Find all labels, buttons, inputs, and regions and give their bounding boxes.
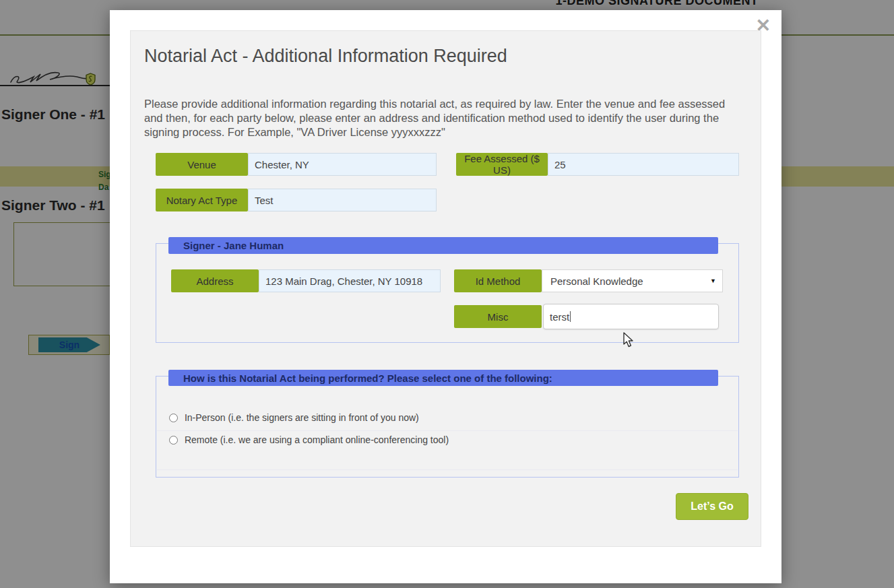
notary-act-type-label: Notary Act Type xyxy=(156,189,248,211)
option-in-person[interactable]: In-Person (i.e. the signers are sitting … xyxy=(169,407,466,429)
row-divider xyxy=(157,469,738,470)
in-person-label: In-Person (i.e. the signers are sitting … xyxy=(185,412,419,423)
id-method-selected-value: Personal Knowledge xyxy=(550,275,643,287)
misc-input[interactable]: terst xyxy=(543,304,719,329)
id-method-label: Id Method xyxy=(454,269,542,292)
lets-go-button[interactable]: Let’s Go xyxy=(676,493,748,520)
dropdown-caret-icon: ▼ xyxy=(710,277,716,284)
method-section-header: How is this Notarial Act being performed… xyxy=(168,370,718,386)
screen: 1-DEMO SIGNATURE DOCUMENT Signer One - #… xyxy=(0,0,894,588)
remote-radio[interactable] xyxy=(169,436,178,445)
misc-label: Misc xyxy=(454,305,542,328)
venue-input[interactable]: Chester, NY xyxy=(248,153,437,176)
in-person-radio[interactable] xyxy=(169,414,178,422)
modal-title: Notarial Act - Additional Information Re… xyxy=(144,46,507,67)
notary-act-type-input[interactable]: Test xyxy=(248,189,437,211)
modal-panel: Notarial Act - Additional Information Re… xyxy=(130,30,761,547)
fee-assessed-input[interactable]: 25 xyxy=(548,153,739,176)
id-method-select[interactable]: Personal Knowledge ▼ xyxy=(542,269,723,292)
signer-section-header: Signer - Jane Human xyxy=(168,237,718,254)
misc-input-value: terst xyxy=(550,311,569,323)
remote-label: Remote (i.e. we are using a compliant on… xyxy=(185,434,449,445)
notarial-act-modal: ✕ Notarial Act - Additional Information … xyxy=(110,10,781,583)
method-options: In-Person (i.e. the signers are sitting … xyxy=(169,407,466,451)
mouse-cursor xyxy=(623,332,635,348)
fee-assessed-label: Fee Assessed ($ US) xyxy=(456,153,548,176)
option-remote[interactable]: Remote (i.e. we are using a compliant on… xyxy=(169,429,466,451)
text-caret xyxy=(570,311,571,322)
modal-instructions: Please provide additional information re… xyxy=(144,97,732,139)
address-label: Address xyxy=(171,269,259,292)
venue-label: Venue xyxy=(156,153,248,176)
address-input[interactable]: 123 Main Drag, Chester, NY 10918 xyxy=(259,269,441,292)
